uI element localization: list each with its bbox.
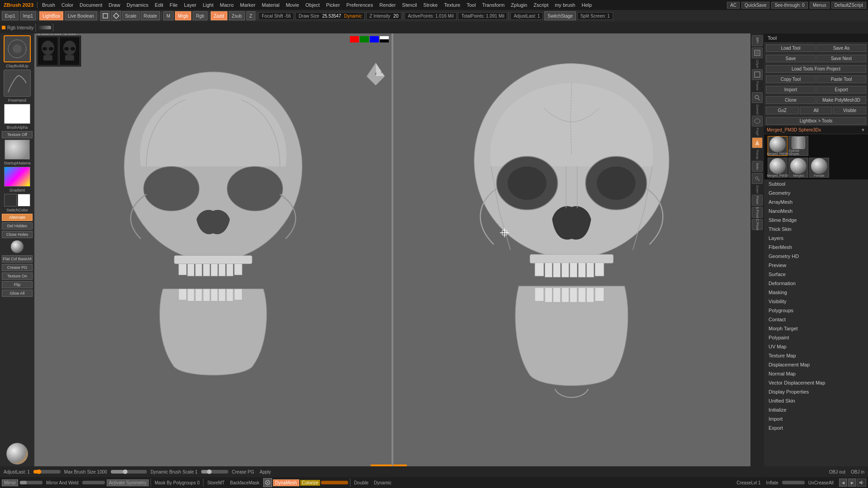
make-polymesh-button[interactable]: Make PolyMesh3D	[816, 96, 866, 104]
save-as-button[interactable]: Save As	[816, 44, 866, 52]
mrgb-button[interactable]: Mrgb	[175, 11, 192, 20]
menu-stencil[interactable]: Stencil	[399, 1, 420, 9]
subtool-female[interactable]: Female	[809, 158, 829, 178]
material-sphere-preview[interactable]	[6, 443, 28, 465]
all-button[interactable]: All	[800, 107, 833, 114]
save-button[interactable]: Save	[766, 55, 816, 62]
subtool-merged-pm3d-actual[interactable]: Merged_PM3D	[768, 136, 788, 156]
uncrease-all-button[interactable]: UnCreaseAll	[807, 480, 835, 486]
brush-preview[interactable]	[4, 35, 31, 62]
inflate-slider[interactable]	[782, 481, 805, 484]
section-preview[interactable]: Preview	[764, 261, 868, 270]
spivot-button[interactable]: S.Pivot	[752, 207, 763, 218]
section-unified-skin[interactable]: Unified Skin	[764, 396, 868, 405]
z-button[interactable]: Z	[246, 11, 255, 20]
adjust-slider[interactable]	[33, 470, 61, 474]
menu-macro[interactable]: Macro	[217, 1, 236, 9]
defaultzscript-button[interactable]: DefaultZScript	[831, 2, 866, 9]
section-import[interactable]: Import	[764, 414, 868, 423]
switch-stage-button[interactable]: SwitchStage	[544, 11, 576, 20]
menu-color[interactable]: Color	[59, 1, 76, 9]
material-preview[interactable]	[5, 140, 30, 160]
lightbox-tools-button[interactable]: Lightbox > Tools	[766, 117, 866, 125]
section-subtool[interactable]: Subtool	[764, 179, 868, 188]
live-boolean-button[interactable]: Live Boolean	[65, 11, 97, 20]
brush-alpha-preview[interactable]	[4, 104, 30, 124]
section-normal-map[interactable]: Normal Map	[764, 369, 868, 378]
backface-mask-button[interactable]: BackfaceMask	[228, 480, 261, 486]
rgb-button[interactable]: Rgb	[193, 11, 207, 20]
solo-button[interactable]: Solo	[752, 161, 763, 172]
subtool-merged-3[interactable]: Merged	[788, 158, 808, 178]
thumb-item-2[interactable]	[59, 37, 80, 66]
m-button[interactable]: M	[163, 11, 173, 20]
brush-size-slider[interactable]	[111, 470, 147, 474]
section-visibility[interactable]: Visibility	[764, 297, 868, 306]
menu-marker[interactable]: Marker	[237, 1, 258, 9]
cpivot-button[interactable]: C.Pivot	[752, 219, 763, 230]
zsub-button[interactable]: Zsub	[229, 11, 245, 20]
export-button[interactable]: Export	[816, 86, 866, 94]
polyf-button[interactable]	[752, 116, 763, 127]
subtool-header-arrow[interactable]: ▼	[861, 127, 865, 132]
menu-tool[interactable]: Tool	[464, 1, 478, 9]
import-button[interactable]: Import	[766, 86, 816, 94]
section-thick-skin[interactable]: Thick Skin	[764, 225, 868, 234]
visible-button[interactable]: Visible	[833, 107, 866, 114]
mirror-slider[interactable]	[20, 481, 42, 484]
menu-brush[interactable]: Brush	[39, 1, 58, 9]
paste-tool-button[interactable]: Paste Tool	[816, 75, 866, 83]
section-initialize[interactable]: Initialize	[764, 405, 868, 414]
thumb-item-1[interactable]	[38, 37, 58, 66]
alternate-button[interactable]: Alternate	[2, 214, 33, 221]
section-masking[interactable]: Masking	[764, 288, 868, 297]
move-mode-button[interactable]	[111, 11, 121, 21]
dynamic-button[interactable]: Dynamic	[372, 480, 393, 486]
texture-off-button[interactable]: Texture Off	[2, 131, 33, 138]
colorize-slider[interactable]	[321, 481, 348, 484]
menu-transform[interactable]: Transform	[479, 1, 507, 9]
gradient-preview[interactable]	[4, 167, 30, 187]
skull-view-left[interactable]: Y Z	[34, 33, 392, 466]
arrow-left-button[interactable]: ◀	[839, 479, 847, 487]
section-slime-bridge[interactable]: Slime Bridge	[764, 216, 868, 225]
flip-button[interactable]: Flip	[2, 281, 33, 288]
menu-layer[interactable]: Layer	[181, 1, 199, 9]
ac-button[interactable]: AC	[727, 2, 740, 9]
flat-col-button[interactable]: Flat Col BasicM	[2, 255, 33, 263]
section-deformation[interactable]: Deformation	[764, 279, 868, 288]
subtool-merged-2[interactable]: Merged_PM3D	[768, 158, 788, 178]
menus-button[interactable]: Menus	[810, 2, 830, 9]
save-next-button[interactable]: Save Next	[816, 55, 866, 62]
imp1-button[interactable]: Imp1	[20, 11, 36, 20]
double-button[interactable]: Double	[352, 480, 370, 486]
menu-movie[interactable]: Movie	[283, 1, 302, 9]
exp1-button[interactable]: Exp1	[2, 11, 19, 20]
quicksave-button[interactable]: QuickSave	[741, 2, 769, 9]
clone-button[interactable]: Clone	[766, 96, 816, 104]
rotate-button[interactable]: Rotate	[141, 11, 160, 20]
section-polygroups[interactable]: Polygroups	[764, 306, 868, 315]
background-color[interactable]	[18, 194, 30, 206]
dynatmesh-button[interactable]: DynaMesh	[273, 479, 299, 486]
lightbox-thumbnail[interactable]	[36, 35, 81, 67]
mirror-weld-button[interactable]: Mirror And Weld	[44, 480, 80, 486]
obj-in-button[interactable]: OBJ in	[849, 469, 866, 475]
foreground-color[interactable]	[4, 194, 17, 206]
scale-button[interactable]: Scale	[122, 11, 140, 20]
lightbox-button[interactable]: LightBox	[39, 11, 63, 20]
menu-texture[interactable]: Texture	[441, 1, 463, 9]
menu-mybrush[interactable]: my brush	[552, 1, 578, 9]
subtool-cylinder[interactable]: Cylinde Simplle	[788, 136, 808, 156]
section-uv-map[interactable]: UV Map	[764, 342, 868, 351]
frame-button[interactable]	[752, 69, 763, 80]
bpr-button[interactable]: BPr	[752, 35, 763, 46]
menu-edit[interactable]: Edit	[152, 1, 166, 9]
section-arraymesh[interactable]: ArrayMesh	[764, 197, 868, 206]
section-texture-map[interactable]: Texture Map	[764, 351, 868, 360]
close-holes-button[interactable]: Close Holes	[2, 231, 33, 238]
section-surface[interactable]: Surface	[764, 270, 868, 279]
section-contact[interactable]: Contact	[764, 315, 868, 324]
section-fibermesh[interactable]: FiberMesh	[764, 243, 868, 252]
section-morph-target[interactable]: Morph Target	[764, 324, 868, 333]
